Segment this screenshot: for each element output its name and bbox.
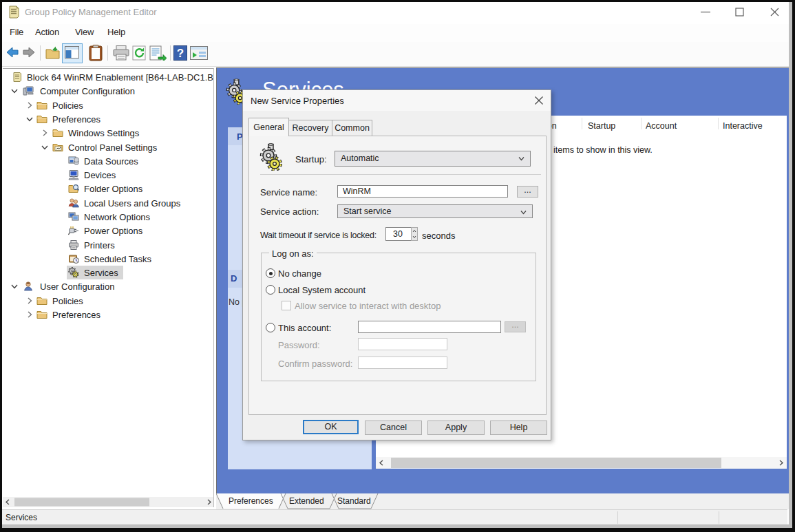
svg-text:?: ? [177, 47, 184, 60]
